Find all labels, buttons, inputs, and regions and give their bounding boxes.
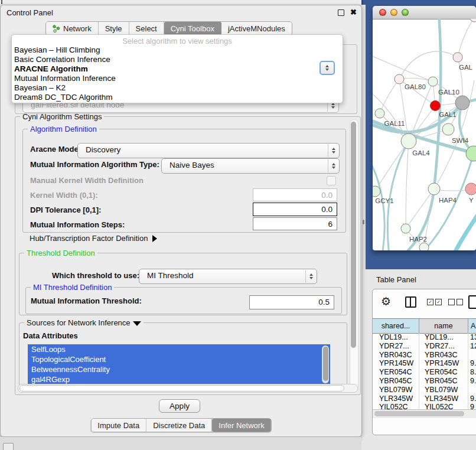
algorithm-option[interactable]: Mutual Information Inference bbox=[12, 74, 343, 83]
tab-infer-network[interactable]: Infer Network bbox=[212, 419, 270, 432]
network-node[interactable] bbox=[428, 77, 438, 86]
scrollbar-thumb[interactable] bbox=[351, 122, 356, 348]
close-icon[interactable]: ✖ bbox=[350, 8, 357, 17]
zoom-traffic-light-icon[interactable] bbox=[402, 9, 409, 16]
table-row[interactable]: YPR145WYPR145W9. bbox=[373, 359, 476, 368]
network-node[interactable] bbox=[431, 101, 441, 111]
attribute-list[interactable]: SelfLoopsTopologicalCoefficientBetweenne… bbox=[28, 344, 330, 384]
scrollbar-thumb[interactable] bbox=[323, 347, 328, 381]
network-node[interactable] bbox=[453, 53, 462, 62]
network-node[interactable] bbox=[401, 224, 410, 233]
mi-threshold-field[interactable]: 0.5 bbox=[249, 295, 334, 309]
table-row[interactable]: YER054CYER054C8. bbox=[373, 368, 476, 377]
settings-hscrollbar[interactable] bbox=[18, 384, 358, 393]
table-cell: 9. bbox=[468, 394, 476, 403]
algorithm-option[interactable]: Dream8 DC_TDC Algorithm bbox=[12, 93, 343, 102]
desktop: Control Panel ✖ NetworkStyleSelectCyni T… bbox=[0, 0, 476, 450]
tab-jactivemnodules[interactable]: jActiveMNodules bbox=[221, 22, 292, 35]
network-edge[interactable] bbox=[380, 79, 399, 113]
float-window-icon[interactable] bbox=[338, 9, 344, 16]
manual-kernel-checkbox[interactable] bbox=[327, 176, 336, 185]
network-node[interactable] bbox=[375, 109, 384, 118]
aracne-mode-combo[interactable]: Discovery bbox=[77, 143, 340, 158]
network-window-titlebar[interactable] bbox=[373, 6, 476, 19]
network-node[interactable] bbox=[470, 19, 476, 22]
table-row[interactable]: YBR043CYBR043C bbox=[373, 351, 476, 360]
table-row[interactable]: YLR345WYLR345W9. bbox=[373, 394, 476, 403]
tab-cyni-toolbox[interactable]: Cyni Toolbox bbox=[164, 22, 221, 35]
column-header[interactable]: A bbox=[468, 319, 476, 333]
algorithm-combo-stepper[interactable] bbox=[319, 61, 335, 75]
table-hscrollbar[interactable] bbox=[373, 409, 476, 418]
network-node[interactable] bbox=[395, 74, 404, 84]
table-row[interactable]: YDR27...YDR27...12 bbox=[373, 342, 476, 351]
import-table-icon[interactable] bbox=[468, 295, 476, 309]
node-label: HAP2 bbox=[409, 236, 427, 243]
table-cell: YBR045C bbox=[373, 377, 419, 386]
sources-group-title[interactable]: Sources for Network Inference bbox=[24, 318, 144, 327]
network-edge[interactable] bbox=[406, 141, 409, 229]
kernel-width-field[interactable]: 0.0 bbox=[253, 188, 337, 201]
network-node[interactable] bbox=[419, 243, 429, 250]
tab-style[interactable]: Style bbox=[99, 22, 129, 35]
tab-impute-data[interactable]: Impute Data bbox=[91, 419, 146, 432]
algorithm-popup-list: Bayesian – Hill ClimbingBasic Correlatio… bbox=[12, 45, 343, 102]
scrollbar-thumb[interactable] bbox=[374, 411, 464, 416]
network-edge[interactable] bbox=[454, 206, 476, 250]
column-header[interactable]: name bbox=[419, 319, 468, 333]
algorithm-option[interactable]: Bayesian – Hill Climbing bbox=[12, 45, 343, 55]
tab-discretize-data[interactable]: Discretize Data bbox=[146, 419, 212, 432]
table-cell: YER054C bbox=[373, 368, 419, 377]
tab-label: Impute Data bbox=[97, 421, 139, 430]
network-node[interactable] bbox=[373, 186, 380, 197]
tab-select[interactable]: Select bbox=[129, 22, 164, 35]
network-edge[interactable] bbox=[440, 190, 465, 191]
columns-icon[interactable] bbox=[405, 296, 416, 308]
network-canvas[interactable]: GALGAL80GAL10GAL1GAL11SWI4GAL4GCY1HAP4YH… bbox=[373, 19, 476, 250]
settings-scrollbar[interactable] bbox=[350, 119, 358, 392]
attribute-item[interactable]: gal4RGexp bbox=[28, 374, 330, 384]
checked-pair-icon[interactable]: ✓✓ bbox=[427, 299, 442, 305]
which-threshold-combo[interactable]: MI Threshold bbox=[139, 269, 317, 284]
table-row[interactable]: YDL19...YDL19...13 bbox=[373, 333, 476, 342]
table-toolbar: ⚙ ✓✓ bbox=[373, 293, 476, 313]
network-node[interactable] bbox=[466, 146, 476, 161]
network-node[interactable] bbox=[455, 96, 470, 110]
close-traffic-light-icon[interactable] bbox=[379, 9, 386, 16]
network-edge[interactable] bbox=[387, 141, 409, 250]
node-label: Y bbox=[469, 197, 474, 204]
attribute-item[interactable]: TopologicalCoefficient bbox=[28, 354, 330, 364]
mi-type-combo[interactable]: Naive Bayes bbox=[161, 158, 340, 174]
table-row[interactable]: YBL079WYBL079W bbox=[373, 386, 476, 394]
minimize-traffic-light-icon[interactable] bbox=[390, 9, 397, 16]
apply-button[interactable]: Apply bbox=[159, 399, 200, 413]
mi-steps-field[interactable]: 6 bbox=[253, 217, 337, 230]
network-node[interactable] bbox=[465, 183, 476, 195]
scrollbar-thumb[interactable] bbox=[19, 385, 344, 392]
unchecked-pair-icon[interactable] bbox=[448, 299, 463, 305]
network-edge[interactable] bbox=[458, 19, 474, 57]
network-node[interactable] bbox=[401, 133, 416, 149]
table-row[interactable]: YBR045CYBR045C9. bbox=[373, 377, 476, 386]
network-edge[interactable] bbox=[399, 51, 458, 79]
hub-section-toggle[interactable]: Hub/Transcription Factor Definition bbox=[30, 234, 157, 243]
algorithm-option[interactable]: ARACNE Algorithm bbox=[12, 64, 343, 74]
control-panel-titlebar[interactable]: Control Panel ✖ bbox=[1, 5, 361, 19]
panel-divider[interactable] bbox=[361, 5, 366, 269]
algorithm-option[interactable]: Basic Correlation Inference bbox=[12, 55, 343, 64]
algorithm-option[interactable]: Bayesian – K2 bbox=[12, 83, 343, 93]
tab-network[interactable]: Network bbox=[46, 22, 99, 35]
divider-handle-icon[interactable] bbox=[363, 220, 364, 224]
attribute-list-scrollbar[interactable] bbox=[322, 345, 329, 383]
node-label: GAL bbox=[459, 64, 473, 71]
table-cell: YBR045C bbox=[419, 377, 468, 386]
network-node[interactable] bbox=[428, 183, 440, 195]
dpi-tolerance-field[interactable]: 0.0 bbox=[253, 203, 337, 216]
gear-icon[interactable]: ⚙ bbox=[381, 295, 391, 308]
dock-panel-icon[interactable] bbox=[3, 443, 14, 450]
column-header[interactable]: shared... bbox=[373, 319, 419, 333]
attribute-item[interactable]: BetweennessCentrality bbox=[28, 364, 330, 374]
network-node[interactable] bbox=[442, 123, 454, 135]
tab-label: Infer Network bbox=[219, 421, 264, 430]
attribute-item[interactable]: SelfLoops bbox=[28, 344, 330, 354]
